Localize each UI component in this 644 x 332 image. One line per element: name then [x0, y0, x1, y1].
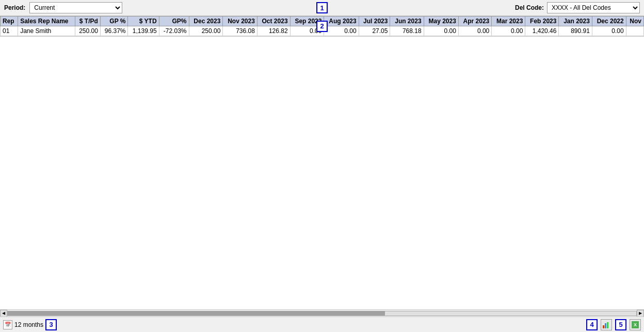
- data-area: Rep Sales Rep Name $ T/Pd GP % $ YTD GP%…: [0, 16, 644, 309]
- col-aug2023[interactable]: Aug 2023: [324, 17, 359, 26]
- main-content: Rep Sales Rep Name $ T/Pd GP % $ YTD GP%…: [0, 16, 644, 317]
- period-select[interactable]: Current: [29, 2, 122, 13]
- cell-aug2023: 0.00: [324, 26, 359, 36]
- horizontal-scrollbar[interactable]: [7, 311, 637, 316]
- del-code-area: Del Code: XXXX - All Del Codes: [515, 2, 640, 13]
- col-apr2023[interactable]: Apr 2023: [458, 17, 491, 26]
- scroll-right-arrow[interactable]: ▶: [637, 310, 644, 317]
- cell-dec2023: 250.00: [189, 26, 223, 36]
- toolbar: Period: Current 1 Del Code: XXXX - All D…: [0, 0, 644, 16]
- badge-2: 2: [316, 21, 328, 32]
- cell-feb2023: 1,420.46: [525, 26, 559, 36]
- cell-s_tpd: 250.00: [75, 26, 100, 36]
- col-may2023[interactable]: May 2023: [424, 17, 458, 26]
- svg-rect-0: [603, 325, 604, 328]
- col-rep[interactable]: Rep: [1, 17, 18, 26]
- col-nov2023[interactable]: Nov 2023: [223, 17, 257, 26]
- col-mar2023[interactable]: Mar 2023: [492, 17, 525, 26]
- green-export-icon: X: [632, 321, 639, 328]
- badge-3: 3: [45, 319, 57, 330]
- svg-rect-2: [607, 322, 608, 328]
- del-code-select[interactable]: XXXX - All Del Codes: [547, 2, 640, 13]
- col-sales-rep-name[interactable]: Sales Rep Name: [18, 17, 75, 26]
- col-jan2023[interactable]: Jan 2023: [559, 17, 592, 26]
- col-nov2022[interactable]: Nov: [626, 17, 643, 26]
- cell-nov2022: [626, 26, 643, 36]
- cell-sales_rep_name: Jane Smith: [18, 26, 75, 36]
- cell-may2023: 0.00: [424, 26, 458, 36]
- col-dec2023[interactable]: Dec 2023: [189, 17, 223, 26]
- scrollbar-area: ◀ ▶: [0, 309, 644, 317]
- col-oct2023[interactable]: Oct 2023: [257, 17, 290, 26]
- cell-dec2022: 0.00: [592, 26, 626, 36]
- footer-right: 4 5 X: [586, 319, 641, 330]
- cell-oct2023: 126.82: [257, 26, 290, 36]
- col-feb2023[interactable]: Feb 2023: [525, 17, 559, 26]
- footer-left: 📅 12 months 3: [3, 319, 57, 330]
- cell-nov2023: 736.08: [223, 26, 257, 36]
- cell-mar2023: 0.00: [492, 26, 525, 36]
- period-label: Period:: [4, 4, 25, 11]
- col-gp-pct2[interactable]: GP%: [159, 17, 189, 26]
- cell-jul2023: 27.05: [359, 26, 390, 36]
- col-s-tpd[interactable]: $ T/Pd: [75, 17, 100, 26]
- green-export-icon-btn[interactable]: X: [630, 319, 641, 330]
- bar-chart-icon: [603, 321, 610, 328]
- cell-s_ytd: 1,139.95: [128, 26, 159, 36]
- col-s-ytd[interactable]: $ YTD: [128, 17, 159, 26]
- col-jun2023[interactable]: Jun 2023: [390, 17, 424, 26]
- col-gp-pct[interactable]: GP %: [100, 17, 128, 26]
- cell-rep: 01: [1, 26, 18, 36]
- col-dec2022[interactable]: Dec 2022: [592, 17, 626, 26]
- badge-5: 5: [615, 319, 626, 330]
- bar-chart-icon-btn[interactable]: [601, 319, 612, 330]
- badge-4: 4: [586, 319, 598, 330]
- cell-apr2023: 0.00: [458, 26, 491, 36]
- footer: 📅 12 months 3 4 5 X: [0, 317, 644, 332]
- col-jul2023[interactable]: Jul 2023: [359, 17, 390, 26]
- scroll-left-arrow[interactable]: ◀: [0, 310, 7, 317]
- cell-gp_pct2: -72.03%: [159, 26, 189, 36]
- del-code-label: Del Code:: [515, 4, 544, 11]
- cell-jun2023: 768.18: [390, 26, 424, 36]
- cell-jan2023: 890.91: [559, 26, 592, 36]
- table-container[interactable]: Rep Sales Rep Name $ T/Pd GP % $ YTD GP%…: [0, 16, 644, 37]
- cell-gp_pct: 96.37%: [100, 26, 128, 36]
- calendar-icon[interactable]: 📅: [3, 320, 12, 329]
- svg-rect-1: [605, 323, 606, 328]
- months-label: 12 months: [14, 321, 43, 328]
- scrollbar-thumb: [8, 311, 385, 315]
- badge-1: 1: [316, 2, 328, 13]
